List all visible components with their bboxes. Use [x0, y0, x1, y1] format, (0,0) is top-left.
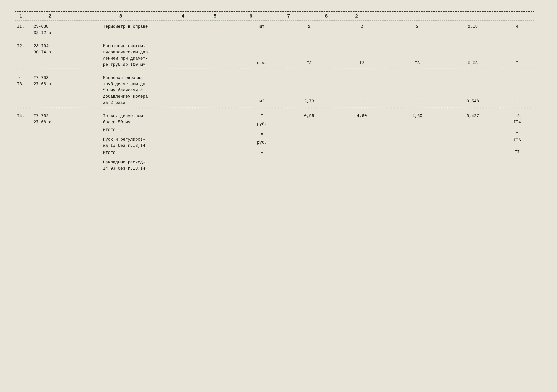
row-11-unit: шт	[240, 21, 284, 37]
row-13-num: · I3.	[15, 69, 32, 107]
row-12-col9: I	[500, 37, 534, 69]
col-header-8: 8	[307, 13, 345, 19]
table-row: · I3. I7-703 27-68-а Масляная окраска тр…	[15, 69, 534, 107]
row-11-num: II.	[15, 21, 32, 37]
main-layout: 1 2 3 4 5 6 7 8 2	[15, 11, 542, 388]
row-14-col9: ·2 II4 I II5 I7	[500, 107, 534, 173]
row-14-desc: То же, диаметром более 50 мм ИТОГО – Пус…	[101, 107, 240, 173]
row-11-col5: 2	[284, 21, 334, 37]
row-11-code: 23-688 32-I2-в	[32, 21, 101, 37]
row-12-col7: I3	[390, 37, 445, 69]
row-12-unit: п.м.	[240, 37, 284, 69]
row-14-units: " руб. " руб. "	[240, 107, 284, 173]
col-header-9: 2	[345, 13, 368, 19]
row-13-col5: 2,73	[284, 69, 334, 107]
row-11-col6: 2	[334, 21, 390, 37]
row-13-col7: –	[390, 69, 445, 107]
row-13-code: I7-703 27-68-а	[32, 69, 101, 107]
row-11-desc: Термометр в оправе	[101, 21, 240, 37]
row-11-col9: 4	[500, 21, 534, 37]
row-12-col5: I3	[284, 37, 334, 69]
row-14-col8: 0,427	[445, 107, 500, 173]
col-header-7: 7	[270, 13, 307, 19]
row-12-col8: 0,03	[445, 37, 500, 69]
row-11-col8: 2,I8	[445, 21, 500, 37]
row-13-col9: –	[500, 69, 534, 107]
row-13-desc: Масляная окраска труб диаметром до 50 мм…	[101, 69, 240, 107]
col-header-1: 1	[15, 13, 26, 19]
col-header-3: 3	[74, 13, 168, 19]
row-14-itogo-line: ИТОГО –	[103, 127, 238, 133]
row-13-col6: –	[334, 69, 390, 107]
row-12-code: 23-I04 30-I4-а	[32, 37, 101, 69]
row-14-code: I7-702 27-68-х	[32, 107, 101, 173]
row-14-num: I4.	[15, 107, 32, 173]
row-13-unit: м2	[240, 69, 284, 107]
row-11-col7: 2	[390, 21, 445, 37]
page: 1 2 3 4 5 6 7 8 2	[0, 0, 557, 392]
row-12-desc: Испытание системы гидравлическим дав- ле…	[101, 37, 240, 69]
col-header-2: 2	[26, 13, 74, 19]
row-12-num: I2.	[15, 37, 32, 69]
col-header-4: 4	[168, 13, 198, 19]
row-14-naxod-lines: Накладные расходы I4,9% без п.I3,I4	[103, 159, 238, 172]
row-13-col8: 0,548	[445, 69, 500, 107]
row-14-col7: 4,60	[390, 107, 445, 173]
row-12-col6: I3	[334, 37, 390, 69]
table-row: I4. I7-702 27-68-х То же, диаметром боле…	[15, 107, 534, 173]
table-row: I2. 23-I04 30-I4-а Испытание системы гид…	[15, 37, 534, 69]
row-14-pusk-lines: Пуск и регулиров- ка I% без п.I3,I4 ИТОГ…	[103, 136, 238, 156]
row-14-col5: 0,96	[284, 107, 334, 173]
row-14-col6: 4,60	[334, 107, 390, 173]
table-row: II. 23-688 32-I2-в Термометр в оправе шт…	[15, 21, 534, 37]
content-area: 1 2 3 4 5 6 7 8 2	[15, 11, 557, 388]
col-header-6: 6	[232, 13, 270, 19]
column-header-row: 1 2 3 4 5 6 7 8 2	[15, 11, 534, 21]
data-table: II. 23-688 32-I2-в Термометр в оправе шт…	[15, 21, 534, 173]
col-header-5: 5	[198, 13, 232, 19]
